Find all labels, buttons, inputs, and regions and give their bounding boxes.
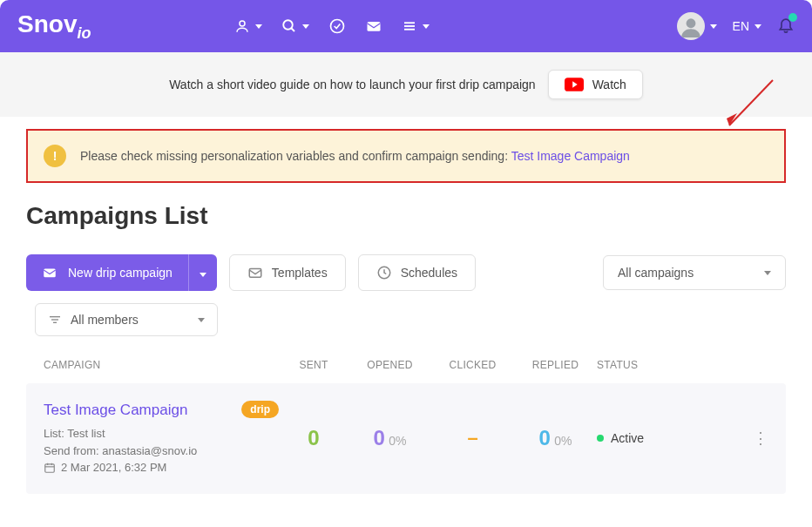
svg-point-8: [686, 18, 695, 28]
header-search-dd[interactable]: [281, 18, 309, 34]
campaign-list: List: Test list: [44, 425, 226, 443]
campaign-date: 2 Mar 2021, 6:32 PM: [61, 459, 166, 476]
chevron-down-icon: [255, 24, 262, 29]
chevron-down-icon: [302, 24, 309, 29]
templates-icon: [247, 265, 263, 280]
svg-rect-18: [45, 464, 55, 472]
clicked-value: –: [467, 427, 477, 449]
checker-icon: [328, 17, 346, 35]
header-mail[interactable]: [365, 17, 382, 35]
action-bar: New drip campaign Templates Schedules Al…: [26, 254, 786, 291]
chevron-down-icon: [198, 318, 205, 322]
replied-pct: 0%: [554, 434, 572, 448]
chevron-down-icon: [764, 271, 771, 275]
status-dot-icon: [597, 435, 604, 442]
youtube-icon: [565, 78, 584, 91]
members-filter-select[interactable]: All members: [35, 303, 218, 336]
col-clicked-header: CLICKED: [431, 359, 514, 371]
warning-icon: !: [44, 145, 66, 167]
svg-line-2: [292, 28, 295, 31]
chevron-down-icon: [754, 24, 761, 29]
sent-value: 0: [308, 426, 319, 449]
header-right: EN: [677, 12, 795, 40]
members-label: All members: [71, 313, 139, 327]
opened-pct: 0%: [389, 434, 406, 448]
schedules-label: Schedules: [401, 266, 457, 280]
header-contacts-dd[interactable]: [234, 18, 262, 34]
templates-button[interactable]: Templates: [229, 254, 346, 291]
mail-icon: [42, 265, 58, 280]
col-campaign-header: CAMPAIGN: [44, 359, 279, 371]
filter-icon: [48, 313, 62, 327]
header-verify[interactable]: [328, 17, 346, 35]
page-title: Campaigns List: [26, 202, 786, 230]
svg-rect-4: [368, 22, 381, 31]
campaign-name-link[interactable]: Test Image Campaign: [44, 401, 226, 420]
search-icon: [281, 18, 297, 34]
watch-label: Watch: [592, 78, 626, 91]
campaign-filter-select[interactable]: All campaigns: [603, 255, 786, 290]
video-banner: Watch a short video guide on how to laun…: [0, 52, 812, 117]
chevron-down-icon: [423, 24, 430, 29]
logo[interactable]: Snovio: [17, 10, 91, 43]
svg-rect-12: [44, 269, 56, 278]
table-row: Test Image Campaign List: Test list Send…: [26, 383, 786, 494]
header-menu-dd[interactable]: [402, 18, 430, 34]
chevron-down-icon: [710, 24, 717, 29]
menu-icon: [402, 18, 417, 34]
status-label: Active: [611, 431, 644, 445]
new-campaign-button[interactable]: New drip campaign: [26, 254, 188, 291]
lang-label: EN: [733, 19, 749, 33]
table-head: CAMPAIGN SENT OPENED CLICKED REPLIED STA…: [26, 359, 786, 383]
video-banner-text: Watch a short video guide on how to laun…: [169, 78, 536, 91]
svg-point-1: [284, 20, 294, 30]
col-sent-header: SENT: [279, 359, 348, 371]
svg-rect-13: [249, 269, 261, 278]
svg-point-0: [240, 21, 245, 26]
members-filter-row: All members: [35, 303, 786, 336]
mail-icon: [365, 17, 382, 35]
campaign-meta: List: Test list Send from: anastasia@sno…: [44, 425, 226, 476]
schedules-button[interactable]: Schedules: [358, 254, 476, 291]
row-menu-button[interactable]: ⋮: [753, 429, 768, 447]
clock-icon: [376, 265, 392, 280]
calendar-icon: [44, 462, 56, 474]
warning-text: Please check missing personalization var…: [80, 149, 630, 163]
watch-button[interactable]: Watch: [548, 70, 643, 99]
chevron-down-icon: [200, 273, 206, 277]
replied-value: 0: [538, 426, 550, 449]
warning-banner: ! Please check missing personalization v…: [26, 129, 786, 183]
warning-campaign-link[interactable]: Test Image Campaign: [511, 149, 630, 163]
col-replied-header: REPLIED: [514, 359, 597, 371]
app-header: Snovio EN: [0, 0, 812, 52]
header-profile-dd[interactable]: [677, 12, 717, 40]
opened-value: 0: [373, 426, 384, 449]
notification-dot-icon: [788, 13, 797, 22]
new-campaign-dropdown[interactable]: [188, 254, 217, 291]
header-notifications[interactable]: [777, 16, 795, 37]
campaign-sender: Send from: anastasia@snov.io: [44, 443, 226, 460]
header-nav: [234, 17, 430, 35]
col-status-header: STATUS: [597, 359, 719, 371]
drip-badge: drip: [241, 401, 279, 418]
header-lang-dd[interactable]: EN: [733, 19, 761, 33]
col-opened-header: OPENED: [348, 359, 431, 371]
templates-label: Templates: [272, 266, 328, 280]
new-campaign-label: New drip campaign: [68, 266, 173, 280]
status-badge: Active: [597, 431, 719, 445]
avatar: [677, 12, 705, 40]
person-icon: [234, 18, 250, 34]
campaign-filter-label: All campaigns: [618, 266, 694, 280]
svg-point-3: [331, 20, 344, 33]
